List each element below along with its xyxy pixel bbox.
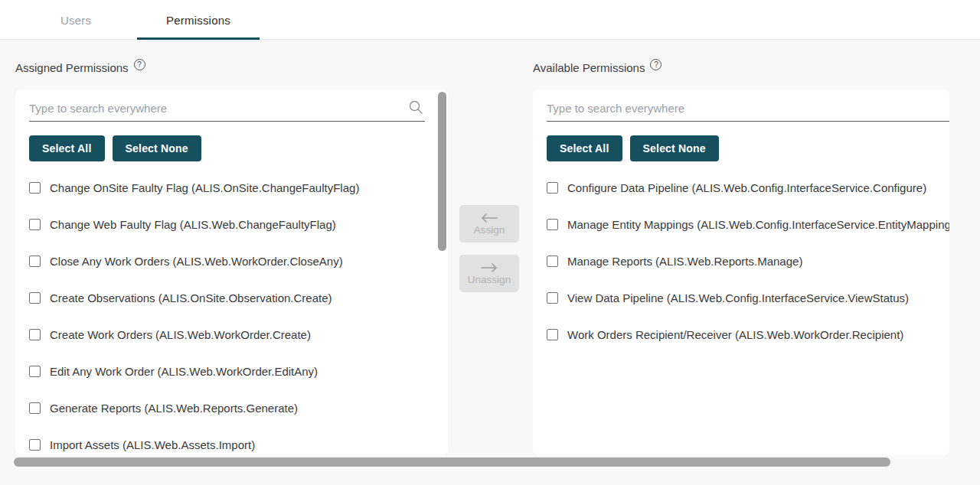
available-permissions-title-text: Available Permissions [533, 61, 645, 74]
permission-checkbox[interactable] [29, 256, 41, 267]
permission-row[interactable]: Work Orders Recipient/Receiver (ALIS.Web… [533, 316, 949, 353]
permission-row[interactable]: View Data Pipeline (ALIS.Web.Config.Inte… [533, 279, 949, 316]
permission-row[interactable]: Configure Data Pipeline (ALIS.Web.Config… [533, 169, 949, 206]
permission-label: Manage Entity Mappings (ALIS.Web.Config.… [567, 218, 949, 231]
assigned-search-input[interactable] [29, 99, 425, 122]
assign-button-label: Assign [474, 224, 505, 236]
permission-label: Close Any Work Orders (ALIS.Web.WorkOrde… [50, 255, 343, 268]
permission-label: View Data Pipeline (ALIS.Web.Config.Inte… [567, 291, 909, 304]
permission-checkbox[interactable] [547, 256, 558, 267]
permission-row[interactable]: Edit Any Work Order (ALIS.Web.WorkOrder.… [15, 353, 448, 389]
select-none-button[interactable]: Select None [630, 135, 719, 161]
permission-label: Change Web Faulty Flag (ALIS.Web.ChangeF… [50, 218, 336, 231]
permission-label: Create Work Orders (ALIS.Web.WorkOrder.C… [50, 328, 311, 341]
permission-row[interactable]: Close Any Work Orders (ALIS.Web.WorkOrde… [15, 242, 448, 279]
assigned-permissions-title: Assigned Permissions ? [15, 60, 145, 74]
tab-permissions[interactable]: Permissions [137, 0, 260, 40]
tab-users[interactable]: Users [15, 0, 137, 40]
permission-label: Create Observations (ALIS.OnSite.Observa… [50, 291, 332, 304]
permission-checkbox[interactable] [547, 182, 558, 194]
select-all-button[interactable]: Select All [29, 135, 105, 161]
search-icon [408, 99, 423, 115]
tab-users-label: Users [60, 14, 91, 27]
select-none-button[interactable]: Select None [113, 135, 201, 161]
available-permissions-panel: Select All Select None Configure Data Pi… [533, 90, 949, 455]
permission-checkbox[interactable] [547, 219, 558, 230]
assigned-permissions-panel: Select All Select None Change OnSite Fau… [15, 90, 448, 455]
available-search-wrap [547, 99, 949, 122]
arrow-right-icon [479, 262, 499, 273]
permission-checkbox[interactable] [547, 329, 558, 340]
permission-label: Work Orders Recipient/Receiver (ALIS.Web… [567, 328, 903, 341]
permission-row[interactable]: Create Observations (ALIS.OnSite.Observa… [15, 279, 448, 316]
permission-checkbox[interactable] [29, 366, 41, 377]
permission-checkbox[interactable] [547, 292, 558, 304]
permission-label: Edit Any Work Order (ALIS.Web.WorkOrder.… [50, 365, 318, 378]
permission-row[interactable]: Manage Reports (ALIS.Web.Reports.Manage) [533, 242, 949, 279]
permission-checkbox[interactable] [29, 402, 41, 414]
assigned-button-row: Select All Select None [29, 135, 201, 161]
tab-bar: Users Permissions [0, 0, 980, 40]
permission-row[interactable]: Change OnSite Faulty Flag (ALIS.OnSite.C… [15, 169, 448, 206]
permission-checkbox[interactable] [29, 182, 41, 194]
permission-row[interactable]: Change Web Faulty Flag (ALIS.Web.ChangeF… [15, 206, 448, 242]
available-permission-list: Configure Data Pipeline (ALIS.Web.Config… [533, 169, 949, 353]
available-search-input[interactable] [547, 99, 949, 122]
active-tab-indicator [137, 37, 260, 40]
horizontal-scrollbar-thumb[interactable] [14, 457, 890, 467]
tab-permissions-label: Permissions [166, 14, 230, 27]
assigned-search-wrap [29, 99, 425, 122]
assign-button[interactable]: Assign [459, 205, 519, 242]
unassign-button[interactable]: Unassign [459, 255, 519, 292]
permission-checkbox[interactable] [29, 329, 41, 340]
permission-label: Generate Reports (ALIS.Web.Reports.Gener… [50, 402, 298, 415]
vertical-scrollbar-thumb[interactable] [438, 92, 446, 251]
help-icon[interactable]: ? [134, 59, 145, 70]
permission-checkbox[interactable] [29, 439, 41, 451]
permission-label: Import Assets (ALIS.Web.Assets.Import) [50, 438, 255, 451]
select-all-button[interactable]: Select All [547, 135, 622, 161]
permission-row[interactable]: Manage Entity Mappings (ALIS.Web.Config.… [533, 206, 949, 242]
help-icon[interactable]: ? [650, 59, 662, 70]
permission-label: Configure Data Pipeline (ALIS.Web.Config… [567, 181, 926, 194]
unassign-button-label: Unassign [468, 274, 511, 285]
permission-checkbox[interactable] [29, 219, 41, 230]
permission-row[interactable]: Create Work Orders (ALIS.Web.WorkOrder.C… [15, 316, 448, 353]
permission-label: Manage Reports (ALIS.Web.Reports.Manage) [567, 255, 802, 268]
available-permissions-title: Available Permissions ? [533, 60, 662, 74]
assigned-permission-list: Change OnSite Faulty Flag (ALIS.OnSite.C… [15, 169, 448, 455]
permission-label: Change OnSite Faulty Flag (ALIS.OnSite.C… [50, 181, 359, 194]
available-button-row: Select All Select None [547, 135, 719, 161]
assigned-permissions-title-text: Assigned Permissions [15, 61, 129, 74]
arrow-left-icon [479, 213, 499, 223]
permission-checkbox[interactable] [29, 292, 41, 304]
permission-row[interactable]: Generate Reports (ALIS.Web.Reports.Gener… [15, 389, 448, 426]
permission-row[interactable]: Import Assets (ALIS.Web.Assets.Import) [15, 426, 448, 455]
